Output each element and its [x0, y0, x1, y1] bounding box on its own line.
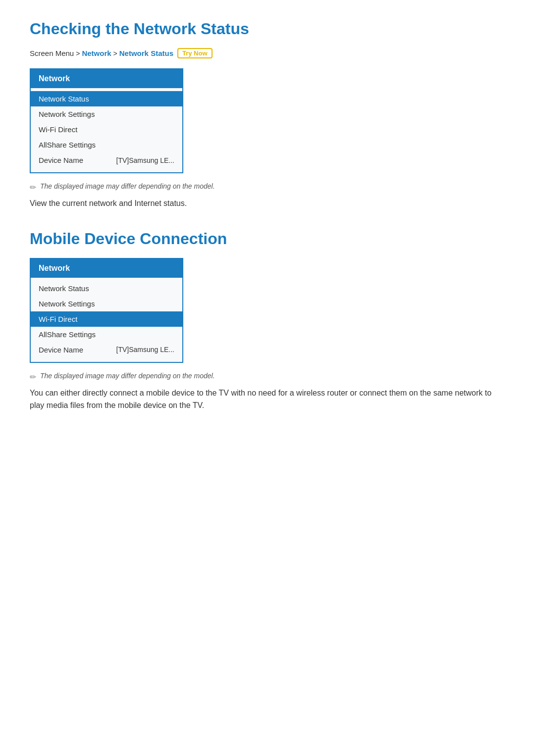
menu-item-label: Network Settings: [39, 110, 95, 118]
menu-item-network-settings-1[interactable]: Network Settings: [31, 106, 182, 122]
note-text-1: The displayed image may differ depending…: [40, 182, 215, 190]
menu-item-device-name-2[interactable]: Device Name [TV]Samsung LE...: [31, 342, 182, 357]
menu-header-2: Network: [31, 259, 182, 278]
menu-item-wifi-direct-1[interactable]: Wi-Fi Direct: [31, 122, 182, 137]
menu-item-device-name-1[interactable]: Device Name [TV]Samsung LE...: [31, 152, 182, 168]
try-now-badge-1[interactable]: Try Now: [177, 48, 213, 58]
network-menu-1: Network Network Status Network Settings …: [30, 68, 183, 173]
menu-item-label: Network Status: [39, 95, 89, 103]
menu-item-network-status-1[interactable]: Network Status: [31, 91, 182, 106]
note-text-2: The displayed image may differ depending…: [40, 372, 215, 380]
menu-item-network-status-2[interactable]: Network Status: [31, 281, 182, 296]
menu-items-2: Network Status Network Settings Wi-Fi Di…: [31, 278, 182, 362]
section-checking-network-status: Checking the Network Status Screen Menu …: [30, 20, 505, 210]
menu-item-label: Wi-Fi Direct: [39, 125, 77, 134]
menu-item-label: AllShare Settings: [39, 141, 96, 149]
note-row-1: ✏ The displayed image may differ dependi…: [30, 182, 505, 192]
menu-item-value-device-name-2: [TV]Samsung LE...: [116, 346, 175, 353]
breadcrumb-1: Screen Menu > Network > Network Status T…: [30, 48, 505, 58]
menu-item-label: AllShare Settings: [39, 330, 96, 339]
menu-item-label: Wi-Fi Direct: [39, 315, 77, 323]
section-mobile-device-connection: Mobile Device Connection Network Network…: [30, 230, 505, 412]
menu-item-allshare-settings-1[interactable]: AllShare Settings: [31, 137, 182, 152]
breadcrumb-network-status[interactable]: Network Status: [119, 49, 173, 57]
network-menu-2: Network Network Status Network Settings …: [30, 258, 183, 363]
breadcrumb-network-1[interactable]: Network: [82, 49, 111, 57]
section-title-1: Checking the Network Status: [30, 20, 505, 38]
menu-item-allshare-settings-2[interactable]: AllShare Settings: [31, 327, 182, 342]
pencil-icon-2: ✏: [30, 372, 36, 382]
breadcrumb-separator-1: >: [76, 50, 80, 57]
menu-header-1: Network: [31, 69, 182, 88]
pencil-icon-1: ✏: [30, 183, 36, 192]
description-2: You can either directly connect a mobile…: [30, 387, 505, 412]
description-1: View the current network and Internet st…: [30, 197, 505, 210]
menu-item-label: Device Name: [39, 156, 83, 164]
note-row-2: ✏ The displayed image may differ dependi…: [30, 372, 505, 382]
breadcrumb-screen-menu: Screen Menu: [30, 49, 74, 57]
menu-item-value-device-name-1: [TV]Samsung LE...: [116, 156, 175, 164]
breadcrumb-separator-2: >: [113, 50, 117, 57]
menu-item-network-settings-2[interactable]: Network Settings: [31, 296, 182, 311]
menu-item-label: Device Name: [39, 346, 83, 354]
menu-item-label: Network Status: [39, 284, 89, 293]
menu-item-label: Network Settings: [39, 300, 95, 308]
menu-items-1: Network Status Network Settings Wi-Fi Di…: [31, 88, 182, 172]
menu-item-wifi-direct-2[interactable]: Wi-Fi Direct: [31, 311, 182, 327]
section-title-2: Mobile Device Connection: [30, 230, 505, 248]
